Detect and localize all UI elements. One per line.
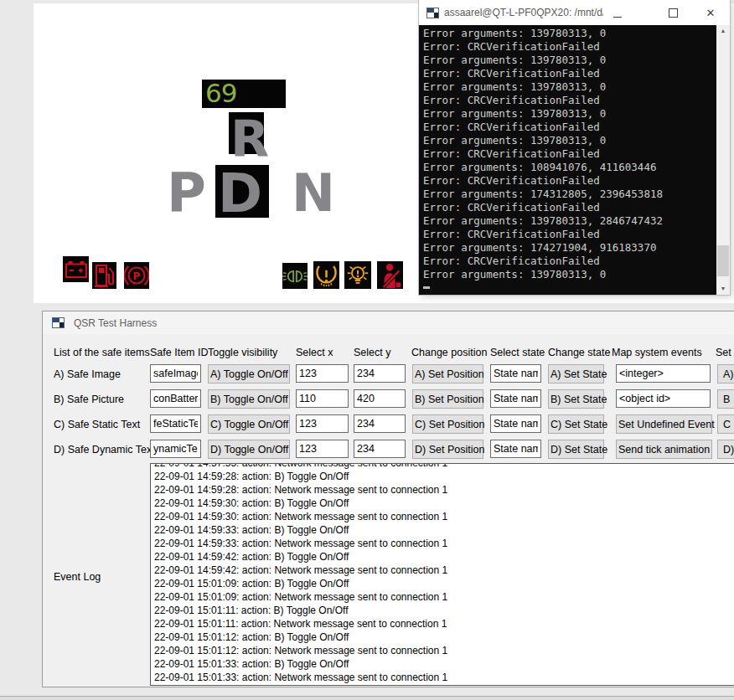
select-state-input-a[interactable] bbox=[490, 364, 541, 383]
event-log[interactable]: 22-09-01 14:57:55: action: Network messa… bbox=[150, 463, 734, 686]
safe-item-id-input-b[interactable] bbox=[150, 389, 201, 408]
scroll-down-icon[interactable]: ▼ bbox=[716, 283, 730, 295]
terminal-window: assaarel@QT-L-PF0QPX20: /mnt/d/... ✕ Err… bbox=[419, 0, 730, 295]
select-state-input-b[interactable] bbox=[490, 389, 541, 408]
terminal-line: Error arguments: 139780313, 0 bbox=[419, 134, 716, 147]
set-position-button-c[interactable]: C) Set Position bbox=[412, 414, 483, 434]
event-log-label: Event Log bbox=[54, 571, 101, 583]
set-state-button-c[interactable]: C) Set State bbox=[548, 414, 604, 434]
event-log-entry: 22-09-01 14:59:42: action: B) Toggle On/… bbox=[154, 550, 734, 564]
set-system-event-button-c[interactable]: C bbox=[717, 414, 734, 434]
harness-window: QSR Test Harness List of the safe items … bbox=[42, 311, 734, 687]
terminal-titlebar[interactable]: assaarel@QT-L-PF0QPX20: /mnt/d/... ✕ bbox=[419, 0, 730, 25]
set-position-button-b[interactable]: B) Set Position bbox=[412, 389, 483, 409]
toggle-visibility-button-a[interactable]: A) Toggle On/Off bbox=[208, 364, 290, 383]
select-x-input-d[interactable] bbox=[296, 440, 349, 458]
terminal-line: Error arguments: 139780313, 0 bbox=[419, 268, 716, 281]
terminal-line: Error arguments: 139780313, 0 bbox=[419, 54, 716, 67]
harness-titlebar[interactable]: QSR Test Harness bbox=[43, 311, 734, 334]
map-event-input-a[interactable] bbox=[616, 364, 711, 383]
terminal-line: Error arguments: 139780313, 0 bbox=[419, 80, 716, 94]
select-y-input-c[interactable] bbox=[354, 414, 406, 433]
send-tick-animation-button[interactable]: Send tick animation bbox=[616, 440, 712, 459]
terminal-title: assaarel@QT-L-PF0QPX20: /mnt/d/... bbox=[444, 7, 603, 18]
harness-app-icon bbox=[52, 317, 65, 328]
event-log-entry: 22-09-01 15:01:09: action: B) Toggle On/… bbox=[154, 577, 734, 590]
safe-item-id-input-d[interactable] bbox=[150, 440, 201, 458]
select-x-input-b[interactable] bbox=[296, 389, 349, 408]
toggle-visibility-button-b[interactable]: B) Toggle On/Off bbox=[208, 389, 290, 409]
minimize-button[interactable] bbox=[608, 6, 627, 20]
set-state-button-a[interactable]: A) Set State bbox=[548, 364, 604, 383]
scrollbar-thumb[interactable] bbox=[717, 245, 729, 276]
terminal-line: Error: CRCVerificationFailed bbox=[419, 94, 716, 107]
terminal-line: Error: CRCVerificationFailed bbox=[419, 67, 716, 80]
svg-text:P: P bbox=[133, 270, 141, 282]
column-header-set-system-events: Set s bbox=[716, 347, 734, 358]
speed-display: 69 bbox=[202, 80, 286, 108]
event-log-entry: 22-09-01 15:01:33: action: Network messa… bbox=[154, 671, 734, 684]
gear-indicator-d-box: D bbox=[215, 165, 269, 218]
set-undefined-event-button[interactable]: Set Undefined Event bbox=[616, 414, 712, 434]
terminal-output[interactable]: Error arguments: 139780313, 0 Error: CRC… bbox=[419, 25, 716, 295]
safe-item-label-c: C) Safe Static Text bbox=[54, 419, 140, 430]
terminal-line: Error arguments: 139780313, 2846747432 bbox=[419, 214, 716, 228]
terminal-line: Error: CRCVerificationFailed bbox=[419, 40, 716, 54]
gear-p: P bbox=[167, 166, 206, 219]
column-header-change-position: Change position bbox=[411, 347, 487, 358]
select-x-input-a[interactable] bbox=[296, 364, 349, 383]
toggle-visibility-button-d[interactable]: D) Toggle On/Off bbox=[208, 440, 290, 459]
set-state-button-b[interactable]: B) Set State bbox=[548, 389, 604, 409]
event-log-entry: 22-09-01 15:01:33: action: B) Toggle On/… bbox=[154, 657, 734, 671]
event-log-entry: 22-09-01 14:59:28: action: Network messa… bbox=[154, 483, 734, 497]
set-system-event-button-a[interactable]: A) bbox=[717, 364, 734, 383]
close-button[interactable]: ✕ bbox=[701, 6, 720, 20]
column-header-select-state: Select state bbox=[490, 347, 545, 358]
set-state-button-d[interactable]: D) Set State bbox=[548, 440, 604, 459]
event-log-entry: 22-09-01 14:59:33: action: Network messa… bbox=[154, 537, 734, 550]
column-header-map-system-events: Map system events bbox=[612, 347, 702, 358]
terminal-line: Error arguments: 174271904, 916183370 bbox=[419, 241, 716, 255]
terminal-line: Error arguments: 174312805, 2396453818 bbox=[419, 188, 716, 201]
terminal-line: Error: CRCVerificationFailed bbox=[419, 201, 716, 214]
terminal-line: Error arguments: 139780313, 0 bbox=[419, 107, 716, 121]
safe-item-label-d: D) Safe Dynamic Text bbox=[54, 444, 155, 456]
bottom-edge bbox=[0, 697, 734, 700]
terminal-scrollbar[interactable]: ▲ ▼ bbox=[716, 25, 730, 295]
seatbelt-reminder-icon bbox=[377, 261, 403, 289]
event-log-entry: 22-09-01 15:01:09: action: Network messa… bbox=[154, 590, 734, 604]
event-log-entry: 22-09-01 14:59:42: action: Network messa… bbox=[154, 564, 734, 577]
terminal-line: Error: CRCVerificationFailed bbox=[419, 147, 716, 161]
harness-window-title: QSR Test Harness bbox=[74, 317, 157, 329]
parking-brake-icon: P bbox=[124, 262, 149, 289]
set-position-button-d[interactable]: D) Set Position bbox=[412, 440, 483, 459]
gear-d: D bbox=[218, 167, 262, 220]
set-system-event-button-d[interactable]: D) S bbox=[717, 440, 734, 459]
scroll-up-icon[interactable]: ▲ bbox=[716, 25, 730, 37]
column-header-change-state: Change state bbox=[548, 347, 610, 358]
column-header-select-y: Select y bbox=[354, 347, 390, 358]
set-position-button-a[interactable]: A) Set Position bbox=[412, 364, 483, 383]
maximize-button[interactable] bbox=[664, 6, 682, 20]
terminal-line: Error: CRCVerificationFailed bbox=[419, 228, 716, 241]
select-y-input-b[interactable] bbox=[354, 389, 406, 408]
select-y-input-a[interactable] bbox=[354, 364, 406, 383]
safe-item-id-input-a[interactable] bbox=[150, 364, 201, 383]
map-event-input-b[interactable] bbox=[616, 389, 711, 408]
select-y-input-d[interactable] bbox=[354, 440, 406, 458]
set-system-event-button-b[interactable]: B bbox=[717, 389, 734, 409]
select-state-input-d[interactable] bbox=[490, 440, 541, 458]
gear-n: N bbox=[292, 167, 335, 219]
battery-warning-icon bbox=[63, 256, 89, 282]
desktop: { "dashboard": { "speed_value": "69", "s… bbox=[0, 0, 734, 700]
column-header-safe-item-id: Safe Item ID bbox=[150, 347, 208, 358]
column-header-toggle-visibility: Toggle visibility bbox=[208, 347, 277, 358]
event-log-entry: 22-09-01 14:59:30: action: Network messa… bbox=[154, 510, 734, 523]
terminal-line: Error arguments: 139780313, 0 bbox=[419, 27, 716, 40]
tire-pressure-icon bbox=[313, 261, 339, 289]
toggle-visibility-button-c[interactable]: C) Toggle On/Off bbox=[208, 414, 290, 434]
safe-item-id-input-c[interactable] bbox=[150, 414, 201, 433]
select-state-input-c[interactable] bbox=[490, 414, 541, 433]
event-log-entry: 22-09-01 14:57:55: action: Network messa… bbox=[154, 463, 734, 470]
select-x-input-c[interactable] bbox=[296, 414, 349, 433]
